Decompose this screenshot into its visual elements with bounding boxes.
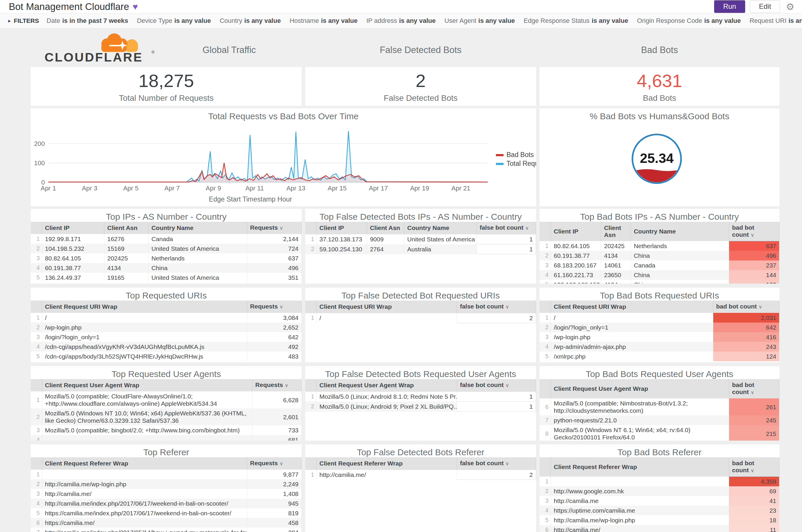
chart-row: Total Requests vs Bad Bots Over Time 010… — [31, 108, 802, 206]
filter-item[interactable]: Device Typeis any value — [137, 17, 211, 24]
table-title: Top Requested URIs — [31, 288, 302, 301]
column-header[interactable]: Client Request User Agent Wrap — [551, 379, 729, 398]
column-header[interactable]: bad bot count∨ — [713, 301, 779, 313]
table-row: 1http://camilia.me/2 — [305, 470, 536, 480]
filter-item[interactable]: Edge Response Statusis any value — [524, 17, 628, 24]
cell: 4134 — [601, 280, 631, 284]
table-top-user-agents[interactable]: Client Request User Agent WrapRequests∨1… — [31, 379, 302, 441]
column-header[interactable]: Client Asn — [104, 222, 149, 234]
table-row: 260.191.38.774134China496 — [539, 251, 780, 261]
table-row: 1/2,031 — [539, 313, 780, 323]
cell: 80.82.64.105 — [551, 241, 601, 251]
cell: http://camilia.me/ — [316, 470, 457, 480]
svg-text:Apr 3: Apr 3 — [82, 185, 98, 192]
column-header[interactable]: Client Request URI Wrap — [42, 301, 247, 313]
table-row: 14,359 — [539, 477, 780, 486]
cell: 122.193.108.152 — [551, 280, 601, 284]
cell: http://camilia.me — [551, 496, 729, 506]
gear-icon[interactable]: ⚙ — [786, 1, 795, 12]
table-top-bad-bot-ips[interactable]: Client IPClient AsnCountry Namebad bot c… — [539, 222, 780, 284]
cell: 202425 — [104, 253, 149, 263]
cell: 3,084 — [247, 313, 301, 323]
cell: 4134 — [104, 263, 149, 273]
table-top-false-bot-referer[interactable]: Client Request Referer Wrapfalse bot cou… — [305, 457, 536, 480]
table-top-referer[interactable]: Client Request Referer WrapRequests∨19,8… — [31, 457, 302, 532]
table-top-false-bot-ips[interactable]: Client IPClient AsnCountry Namefalse bot… — [305, 222, 536, 254]
column-header[interactable]: Country Name — [404, 222, 477, 234]
cell: 637 — [729, 241, 780, 251]
filter-bar: ▸ FILTERS Dateis in the past 7 weeksDevi… — [0, 14, 802, 28]
gauge-tile: % Bad Bots vs Humans&Good Bots 25.34 — [539, 108, 780, 206]
table-row: 2/login/?login_only=1642 — [539, 323, 780, 332]
cell: 245 — [729, 415, 780, 425]
cell: Netherlands — [148, 253, 247, 263]
filters-label[interactable]: FILTERS — [14, 17, 39, 24]
column-header[interactable]: Requests∨ — [247, 457, 301, 470]
column-header[interactable]: Client Request User Agent Wrap — [316, 379, 457, 392]
column-header[interactable]: Client IP — [551, 222, 601, 241]
kpi-total-requests: 18,275 Total Number of Requests — [31, 67, 302, 106]
cell: 68.183.200.167 — [551, 261, 601, 270]
column-header[interactable]: bad bot count∨ — [729, 457, 780, 477]
filter-item[interactable]: Origin Response Codeis any value — [637, 17, 741, 24]
tile-top-bad-bot-user-agents: Top Bad Bots Requested User Agents Clien… — [539, 366, 780, 441]
column-header[interactable]: Requests∨ — [247, 222, 301, 234]
table-row: 460.191.38.774134China496 — [31, 263, 302, 273]
filters-expand-icon[interactable]: ▸ — [8, 18, 11, 24]
filter-item[interactable]: Dateis in the past 7 weeks — [46, 17, 128, 24]
cell: http://camilia.me/ — [42, 489, 247, 499]
column-header[interactable]: Requests∨ — [247, 301, 301, 313]
edit-button[interactable]: Edit — [750, 0, 780, 13]
table-row: 2http://www.google.com.hk69 — [539, 486, 780, 496]
cell: 351 — [247, 273, 301, 282]
cell: 104.198.5.232 — [42, 244, 104, 253]
cell: 1 — [477, 244, 536, 254]
table-top-bad-bot-user-agents[interactable]: Client Request User Agent Wrapbad bot co… — [539, 379, 780, 441]
column-header[interactable]: Client Request URI Wrap — [551, 301, 713, 313]
column-header[interactable]: Client Request Referer Wrap — [551, 457, 729, 477]
table-top-false-bot-uris[interactable]: Client Request URI Wrapfalse bot count∨1… — [305, 301, 536, 323]
column-header[interactable]: false bot count∨ — [457, 301, 536, 313]
cell: Netherlands — [631, 241, 729, 251]
table-top-uris[interactable]: Client Request URI WrapRequests∨1/3,0842… — [31, 301, 302, 361]
column-header[interactable]: Client Request Referer Wrap — [42, 457, 247, 470]
cell: 19165 — [104, 273, 149, 282]
column-header[interactable]: Client Request User Agent Wrap — [42, 379, 252, 392]
table-row: 6https://camilia.me/458 — [31, 518, 302, 528]
column-header[interactable]: Client Request URI Wrap — [316, 301, 457, 313]
filter-item[interactable]: IP addressis any value — [366, 17, 436, 24]
column-header[interactable]: Client IP — [42, 222, 104, 234]
table-row: 2http://camilia.me/wp-login.php2,249 — [31, 479, 302, 489]
svg-text:Edge Start Timestamp Hour: Edge Start Timestamp Hour — [209, 195, 292, 203]
column-header[interactable]: Client Asn — [367, 222, 404, 234]
column-header[interactable]: false bot count∨ — [457, 457, 536, 470]
column-header[interactable]: false bot count∨ — [457, 379, 536, 392]
filter-item[interactable]: User Agentis any value — [444, 17, 515, 24]
filter-item[interactable]: Countryis any value — [220, 17, 281, 24]
column-header[interactable]: Client IP — [316, 222, 367, 234]
column-header[interactable]: bad bot count∨ — [729, 379, 780, 398]
table-top-ips[interactable]: Client IPClient AsnCountry NameRequests∨… — [31, 222, 302, 282]
column-header[interactable]: Country Name — [148, 222, 247, 234]
cloudflare-cloud-icon — [101, 33, 138, 52]
column-header[interactable]: Client Asn — [601, 222, 631, 241]
tile-top-bad-bot-referer: Top Bad Bots Referer Client Request Refe… — [539, 444, 780, 532]
column-header[interactable]: Requests∨ — [252, 379, 301, 392]
cell: 819 — [247, 508, 301, 518]
band-right: Bad Bots — [539, 28, 780, 66]
table-top-bad-bot-uris[interactable]: Client Request URI Wrapbad bot count∨1/2… — [539, 301, 780, 361]
column-header[interactable]: false bot count∨ — [477, 222, 536, 234]
run-button[interactable]: Run — [714, 0, 745, 13]
filter-item[interactable]: Request URIis any value — [749, 17, 802, 24]
cell: China — [631, 280, 729, 284]
cell: 60.191.38.77 — [42, 263, 104, 273]
total-vs-badbots-line-chart[interactable]: 0100200Apr 1Apr 3Apr 5Apr 7Apr 9Apr 11Ap… — [31, 121, 536, 205]
column-header[interactable]: Client Request Referer Wrap — [316, 457, 457, 470]
table-row: 1Mozilla/5.0 (Linux; Android 8.1.0; Redm… — [305, 392, 536, 402]
column-header[interactable]: bad bot count∨ — [729, 222, 780, 241]
table-top-bad-bot-referer[interactable]: Client Request Referer Wrapbad bot count… — [539, 457, 780, 532]
table-top-false-bot-user-agents[interactable]: Client Request User Agent Wrapfalse bot … — [305, 379, 536, 412]
column-header[interactable]: Country Name — [631, 222, 729, 241]
table-row: 5http://camilia.me/wp-login.php18 — [539, 515, 780, 525]
filter-item[interactable]: Hostnameis any value — [290, 17, 358, 24]
